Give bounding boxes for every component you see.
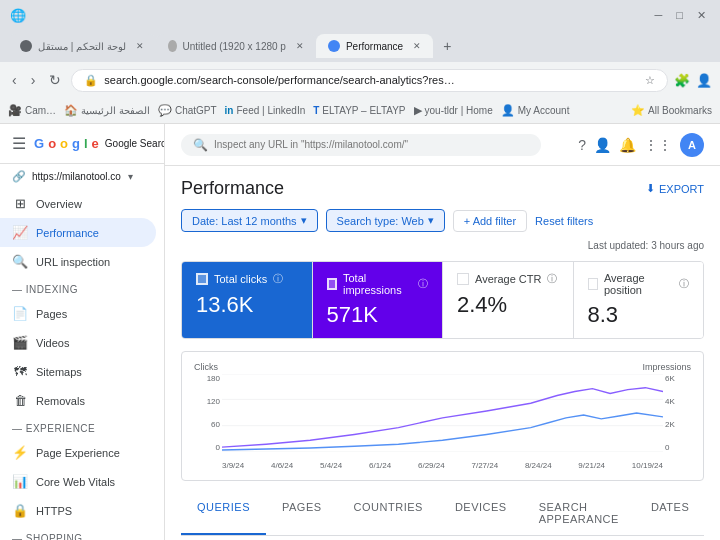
y-axis-right: 6K 4K 2K 0: [665, 374, 693, 452]
apps-grid-icon[interactable]: ⋮⋮: [644, 137, 672, 153]
sidebar-item-performance[interactable]: 📈 Performance: [0, 218, 156, 247]
sidebar-label-core-web-vitals: Core Web Vitals: [36, 476, 115, 488]
extensions-icon[interactable]: 🧩: [674, 73, 690, 88]
metric-impressions-value: 571K: [327, 302, 429, 328]
bookmark-home-ar[interactable]: 🏠 الصفحة الرئيسية: [64, 104, 150, 117]
tab-3-close[interactable]: ✕: [413, 41, 421, 51]
forward-button[interactable]: ›: [27, 70, 40, 90]
bookmark-eltayp[interactable]: T ELTAYP – ELTAYP: [313, 105, 405, 116]
sidebar-label-removals: Removals: [36, 395, 85, 407]
metric-total-impressions[interactable]: Total impressions ⓘ 571K: [312, 262, 443, 338]
metric-position-info[interactable]: ⓘ: [679, 277, 689, 291]
sidebar-item-https[interactable]: 🔒 HTTPS: [0, 496, 156, 525]
chart-y-right-label: Impressions: [642, 362, 691, 372]
videos-icon: 🎬: [12, 335, 28, 350]
date-filter-button[interactable]: Date: Last 12 months ▾: [181, 209, 318, 232]
sidebar-item-core-web-vitals[interactable]: 📊 Core Web Vitals: [0, 467, 156, 496]
sidebar-label-performance: Performance: [36, 227, 99, 239]
metric-ctr-info[interactable]: ⓘ: [547, 272, 557, 286]
export-button[interactable]: ⬇ EXPORT: [646, 182, 704, 195]
back-button[interactable]: ‹: [8, 70, 21, 90]
bookmark-linkedin[interactable]: in Feed | LinkedIn: [225, 105, 306, 116]
x-label-4: 6/29/24: [418, 461, 445, 470]
x-label-6: 8/24/24: [525, 461, 552, 470]
tab-2-close[interactable]: ✕: [296, 41, 304, 51]
google-g-blue2: g: [72, 136, 80, 151]
tab-devices[interactable]: DEVICES: [439, 493, 523, 535]
metric-impressions-info[interactable]: ⓘ: [418, 277, 428, 291]
address-bar: ‹ › ↻ 🔒 search.google.com/search-console…: [0, 62, 720, 98]
sidebar-label-https: HTTPS: [36, 505, 72, 517]
close-button[interactable]: ✕: [693, 8, 710, 23]
sidebar-item-sitemaps[interactable]: 🗺 Sitemaps: [0, 357, 156, 386]
sidebar-item-url-inspection[interactable]: 🔍 URL inspection: [0, 247, 156, 276]
notifications-icon[interactable]: 🔔: [619, 137, 636, 153]
bookmark-youtldr[interactable]: ▶ you-tldr | Home: [414, 104, 493, 117]
tab-queries[interactable]: QUERIES: [181, 493, 266, 535]
account-icon[interactable]: 👤: [594, 137, 611, 153]
add-filter-button[interactable]: + Add filter: [453, 210, 527, 232]
sidebar-label-videos: Videos: [36, 337, 69, 349]
y-right-0: 0: [665, 443, 669, 452]
metric-impressions-checkbox[interactable]: [327, 278, 338, 290]
tab-1-close[interactable]: ✕: [136, 41, 144, 51]
window-controls[interactable]: ─ □ ✕: [651, 8, 710, 23]
bookmark-myaccount[interactable]: 👤 My Account: [501, 104, 570, 117]
sidebar-item-pages[interactable]: 📄 Pages: [0, 299, 156, 328]
overview-icon: ⊞: [12, 196, 28, 211]
hamburger-menu[interactable]: ☰: [12, 134, 26, 153]
metric-position-checkbox[interactable]: [588, 278, 598, 290]
help-icon[interactable]: ?: [578, 137, 586, 153]
tab-3[interactable]: Performance ✕: [316, 34, 433, 58]
sidebar-item-videos[interactable]: 🎬 Videos: [0, 328, 156, 357]
sidebar-item-removals[interactable]: 🗑 Removals: [0, 386, 156, 415]
avatar[interactable]: A: [680, 133, 704, 157]
tab-pages[interactable]: PAGES: [266, 493, 338, 535]
metric-position-header: Average position ⓘ: [588, 272, 690, 296]
bookmark-cam[interactable]: 🎥 Cam…: [8, 104, 56, 117]
star-icon[interactable]: ☆: [645, 74, 655, 87]
pages-icon: 📄: [12, 306, 28, 321]
url-inspect-search[interactable]: 🔍: [181, 134, 541, 156]
tab-2-favicon: [168, 40, 177, 52]
metric-ctr-checkbox[interactable]: [457, 273, 469, 285]
address-bar-icons: 🧩 👤: [674, 73, 712, 88]
chart-svg: [222, 374, 663, 452]
metric-clicks-checkbox[interactable]: [196, 273, 208, 285]
new-tab-button[interactable]: +: [437, 36, 457, 56]
bookmark-chatgpt[interactable]: 💬 ChatGPT: [158, 104, 217, 117]
profile-icon[interactable]: 👤: [696, 73, 712, 88]
reload-button[interactable]: ↻: [45, 70, 65, 90]
maximize-button[interactable]: □: [672, 8, 687, 22]
metric-ctr-name: Average CTR: [475, 273, 541, 285]
app: ☰ Google Google Search Console 🔗 https:/…: [0, 124, 720, 540]
metric-clicks-name: Total clicks: [214, 273, 267, 285]
minimize-button[interactable]: ─: [651, 8, 667, 22]
tab-2[interactable]: Untitled (1920 x 1280 px) (192… ✕: [156, 34, 316, 58]
bookmark-allbookmarks[interactable]: ⭐ All Bookmarks: [631, 104, 712, 117]
metric-ctr-value: 2.4%: [457, 292, 559, 318]
metric-avg-position[interactable]: Average position ⓘ 8.3: [573, 262, 704, 338]
sidebar-label-overview: Overview: [36, 198, 82, 210]
search-type-chevron: ▾: [428, 214, 434, 227]
section-label-indexing: — Indexing: [0, 276, 164, 299]
tab-1[interactable]: لوحة التحكم | مستقل ✕: [8, 34, 156, 58]
url-inspect-input[interactable]: [214, 139, 529, 150]
sidebar-property[interactable]: 🔗 https://milanotool.co… ▾: [0, 164, 164, 189]
metric-avg-ctr[interactable]: Average CTR ⓘ 2.4%: [442, 262, 573, 338]
metric-clicks-info[interactable]: ⓘ: [273, 272, 283, 286]
y-axis-left: 180 120 60 0: [192, 374, 220, 452]
sidebar-item-page-experience[interactable]: ⚡ Page Experience: [0, 438, 156, 467]
tab-search-appearance[interactable]: SEARCH APPEARANCE: [523, 493, 635, 535]
reset-filters-button[interactable]: Reset filters: [535, 215, 593, 227]
search-type-filter-button[interactable]: Search type: Web ▾: [326, 209, 445, 232]
tab-countries[interactable]: COUNTRIES: [338, 493, 439, 535]
tab-pages-label: PAGES: [282, 501, 322, 513]
sidebar-item-overview[interactable]: ⊞ Overview: [0, 189, 156, 218]
tab-dates[interactable]: DATES: [635, 493, 705, 535]
x-label-0: 3/9/24: [222, 461, 244, 470]
property-dropdown-icon[interactable]: ▾: [128, 171, 133, 182]
metric-total-clicks[interactable]: Total clicks ⓘ 13.6K: [182, 262, 312, 338]
perf-title-row: Performance ⬇ EXPORT: [181, 178, 704, 199]
url-box[interactable]: 🔒 search.google.com/search-console/perfo…: [71, 69, 668, 92]
